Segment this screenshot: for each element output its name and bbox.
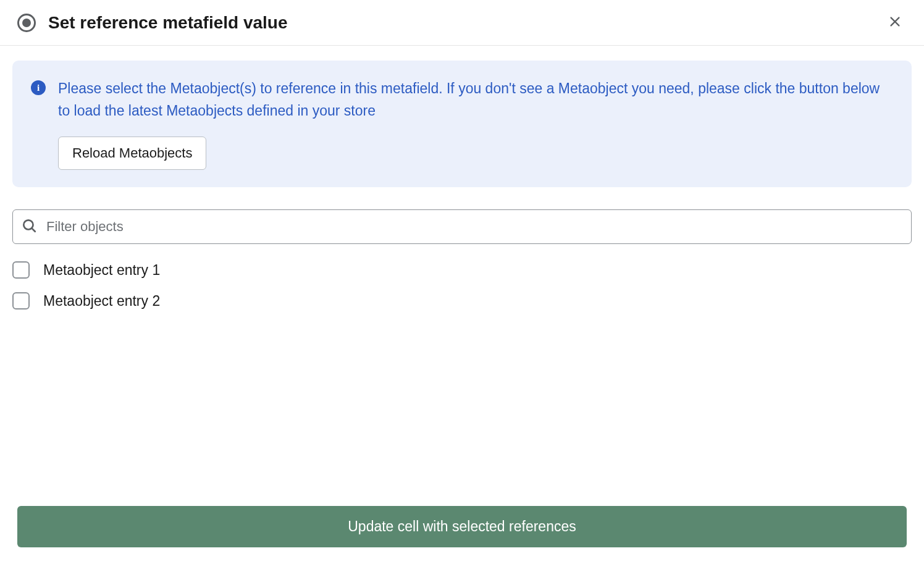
checkbox[interactable] bbox=[12, 292, 30, 310]
reload-metaobjects-button[interactable]: Reload Metaobjects bbox=[58, 137, 206, 170]
info-banner: i Please select the Metaobject(s) to ref… bbox=[12, 61, 912, 187]
info-message: Please select the Metaobject(s) to refer… bbox=[58, 78, 893, 122]
dialog-footer: Update cell with selected references bbox=[0, 506, 924, 577]
checkbox[interactable] bbox=[12, 261, 30, 279]
dialog-body: i Please select the Metaobject(s) to ref… bbox=[0, 46, 924, 506]
update-cell-button[interactable]: Update cell with selected references bbox=[17, 506, 907, 547]
dialog-header: Set reference metafield value bbox=[0, 0, 924, 46]
search-wrap bbox=[12, 209, 912, 244]
title-wrap: Set reference metafield value bbox=[17, 13, 288, 33]
info-content: Please select the Metaobject(s) to refer… bbox=[58, 78, 893, 170]
list-item[interactable]: Metaobject entry 1 bbox=[12, 261, 912, 279]
dialog-title: Set reference metafield value bbox=[48, 13, 288, 33]
info-icon: i bbox=[31, 80, 46, 95]
radio-selected-icon bbox=[17, 14, 36, 32]
object-list: Metaobject entry 1 Metaobject entry 2 bbox=[12, 261, 912, 310]
list-item[interactable]: Metaobject entry 2 bbox=[12, 292, 912, 310]
filter-objects-input[interactable] bbox=[12, 209, 912, 244]
object-label: Metaobject entry 1 bbox=[43, 262, 160, 279]
close-icon bbox=[888, 15, 902, 30]
close-button[interactable] bbox=[883, 10, 907, 35]
dialog: Set reference metafield value i Please s… bbox=[0, 0, 924, 577]
object-label: Metaobject entry 2 bbox=[43, 293, 160, 310]
